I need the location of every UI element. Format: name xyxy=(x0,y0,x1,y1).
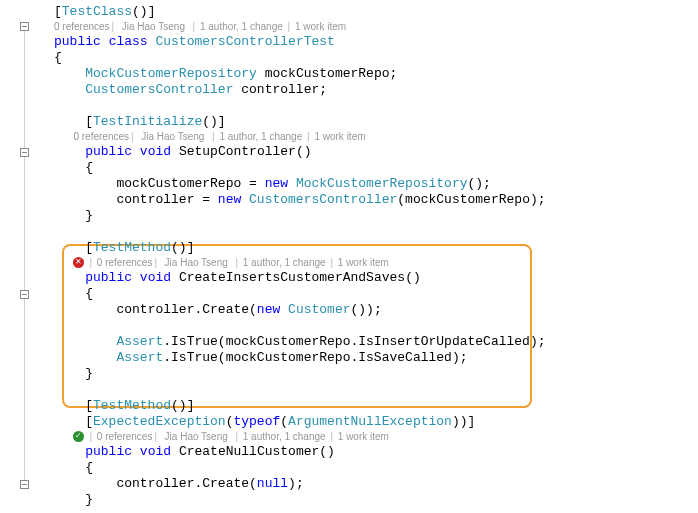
blank-line xyxy=(34,318,698,334)
method-decl: public void SetupController() xyxy=(34,144,698,160)
method-decl: public void CreateNullCustomer() xyxy=(34,444,698,460)
fold-toggle[interactable] xyxy=(20,148,29,157)
blank-line xyxy=(34,382,698,398)
test-fail-icon[interactable] xyxy=(73,257,84,268)
statement: controller.Create(null); xyxy=(34,476,698,492)
statement: controller.Create(new Customer()); xyxy=(34,302,698,318)
fold-toggle[interactable] xyxy=(20,22,29,31)
brace: } xyxy=(34,208,698,224)
attribute-line: [TestInitialize()] xyxy=(34,114,698,130)
codelens[interactable]: 0 references| Jia Hao Tseng | 1 author, … xyxy=(34,20,698,34)
method-decl: public void CreateInsertsCustomerAndSave… xyxy=(34,270,698,286)
statement: Assert.IsTrue(mockCustomerRepo.IsSaveCal… xyxy=(34,350,698,366)
codelens[interactable]: | 0 references| Jia Hao Tseng | 1 author… xyxy=(34,256,698,270)
brace: { xyxy=(34,50,698,66)
attribute-line: [TestMethod()] xyxy=(34,240,698,256)
attribute-line: [TestMethod()] xyxy=(34,398,698,414)
brace: { xyxy=(34,286,698,302)
brace: } xyxy=(34,492,698,508)
fold-toggle[interactable] xyxy=(20,480,29,489)
blank-line xyxy=(34,224,698,240)
codelens[interactable]: 0 references| Jia Hao Tseng | 1 author, … xyxy=(34,130,698,144)
blank-line xyxy=(34,98,698,114)
brace: } xyxy=(34,366,698,382)
statement: Assert.IsTrue(mockCustomerRepo.IsInsertO… xyxy=(34,334,698,350)
statement: controller = new CustomersController(moc… xyxy=(34,192,698,208)
attribute-line: [TestClass()] xyxy=(34,4,698,20)
attribute-line: [ExpectedException(typeof(ArgumentNullEx… xyxy=(34,414,698,430)
field-decl: CustomersController controller; xyxy=(34,82,698,98)
brace: { xyxy=(34,460,698,476)
brace: { xyxy=(34,160,698,176)
class-decl: public class CustomersControllerTest xyxy=(34,34,698,50)
test-pass-icon[interactable] xyxy=(73,431,84,442)
code-editor[interactable]: [TestClass()] 0 references| Jia Hao Tsen… xyxy=(34,0,698,513)
field-decl: MockCustomerRepository mockCustomerRepo; xyxy=(34,66,698,82)
fold-toggle[interactable] xyxy=(20,290,29,299)
statement: mockCustomerRepo = new MockCustomerRepos… xyxy=(34,176,698,192)
gutter xyxy=(0,0,34,513)
codelens[interactable]: | 0 references| Jia Hao Tseng | 1 author… xyxy=(34,430,698,444)
